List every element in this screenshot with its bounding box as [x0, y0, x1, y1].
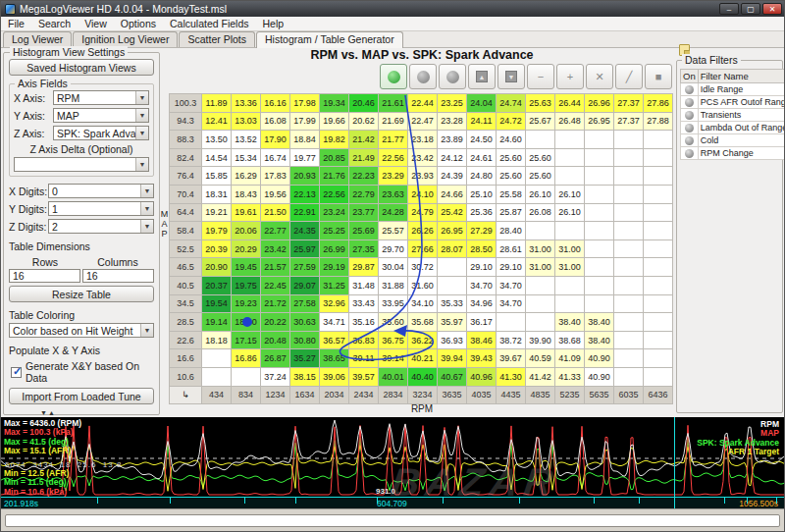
histogram-cell[interactable] — [202, 349, 232, 368]
histogram-cell[interactable] — [644, 203, 673, 222]
histogram-cell[interactable]: 36.22 — [408, 331, 438, 349]
histogram-cell[interactable]: 35.16 — [349, 313, 379, 332]
histogram-cell[interactable] — [438, 276, 467, 294]
histogram-cell[interactable] — [585, 222, 614, 240]
histogram-cell[interactable]: 26.44 — [555, 94, 585, 113]
histogram-cell[interactable] — [585, 239, 614, 258]
histogram-cell[interactable] — [555, 276, 585, 294]
histogram-cell[interactable]: 38.40 — [555, 313, 585, 332]
histogram-cell[interactable]: 31.00 — [526, 258, 555, 277]
histogram-cell[interactable]: 19.56 — [261, 185, 290, 203]
histogram-cell[interactable] — [614, 239, 644, 258]
histogram-cell[interactable]: 26.48 — [555, 112, 585, 131]
histogram-cell[interactable]: 24.79 — [408, 203, 438, 222]
histogram-cell[interactable]: 36.57 — [320, 331, 349, 349]
histogram-cell[interactable]: 18.18 — [202, 331, 232, 349]
histogram-cell[interactable]: 34.70 — [497, 276, 526, 294]
fill-button[interactable]: ■ — [645, 64, 672, 89]
histogram-cell[interactable]: 16.29 — [232, 167, 261, 186]
histogram-cell[interactable]: 20.48 — [261, 331, 290, 349]
histogram-cell[interactable]: 40.67 — [438, 367, 467, 386]
histogram-cell[interactable]: 19.45 — [232, 258, 261, 277]
histogram-cell[interactable] — [644, 222, 673, 240]
histogram-cell[interactable]: 24.72 — [497, 112, 526, 131]
histogram-cell[interactable]: 13.50 — [202, 131, 232, 149]
histogram-cell[interactable]: 23.18 — [408, 131, 438, 149]
menu-item-calculated-fields[interactable]: Calculated Fields — [163, 18, 256, 29]
histogram-cell[interactable]: 27.29 — [467, 222, 497, 240]
histogram-cell[interactable]: 26.95 — [585, 112, 614, 131]
histogram-cell[interactable]: 13.52 — [232, 131, 261, 149]
histogram-cell[interactable]: 35.60 — [379, 313, 408, 332]
histogram-cell[interactable] — [614, 258, 644, 277]
histogram-cell[interactable]: 29.19 — [320, 258, 349, 277]
histogram-cell[interactable] — [555, 148, 585, 167]
histogram-cell[interactable]: 23.89 — [438, 131, 467, 149]
histogram-cell[interactable]: 14.54 — [202, 148, 232, 167]
histogram-cell[interactable] — [614, 222, 644, 240]
histogram-cell[interactable]: 21.42 — [349, 131, 379, 149]
histogram-cell[interactable]: 30.72 — [408, 258, 438, 277]
x-axis-select[interactable]: RPM ▼ — [53, 90, 149, 105]
histogram-cell[interactable]: 24.11 — [467, 112, 497, 131]
tab-histogram-table-generator[interactable]: Histogram / Table Generator — [256, 31, 403, 48]
histogram-cell[interactable]: 23.42 — [261, 239, 290, 258]
histogram-cell[interactable] — [526, 131, 555, 149]
histogram-cell[interactable]: 24.61 — [467, 148, 497, 167]
filter-toggle-button[interactable] — [685, 98, 694, 107]
histogram-cell[interactable]: 23.63 — [379, 185, 408, 203]
histogram-cell[interactable]: 38.72 — [497, 331, 526, 349]
histogram-cell[interactable] — [614, 367, 644, 386]
histogram-cell[interactable]: 39.67 — [497, 349, 526, 368]
histogram-cell[interactable]: 18.43 — [232, 185, 261, 203]
histogram-cell[interactable]: 24.50 — [467, 131, 497, 149]
histogram-cell[interactable]: 28.61 — [497, 239, 526, 258]
histogram-cell[interactable] — [526, 294, 555, 313]
histogram-cell[interactable]: 39.57 — [349, 367, 379, 386]
orb-b-button[interactable] — [439, 64, 466, 89]
histogram-cell[interactable]: 39.90 — [526, 331, 555, 349]
histogram-cell[interactable]: 22.45 — [261, 276, 290, 294]
histogram-cell[interactable]: 26.87 — [261, 349, 290, 368]
histogram-cell[interactable] — [614, 349, 644, 368]
histogram-cell[interactable] — [614, 185, 644, 203]
histogram-cell[interactable]: 36.83 — [349, 331, 379, 349]
histogram-cell[interactable]: 19.34 — [320, 94, 349, 113]
histogram-cell[interactable]: 33.95 — [379, 294, 408, 313]
histogram-cell[interactable] — [232, 367, 261, 386]
histogram-cell[interactable]: 31.00 — [555, 258, 585, 277]
histogram-cell[interactable] — [555, 131, 585, 149]
histogram-cell[interactable]: 35.97 — [438, 313, 467, 332]
histogram-cell[interactable]: 34.70 — [497, 294, 526, 313]
histogram-cell[interactable]: 22.56 — [320, 185, 349, 203]
histogram-cell[interactable]: 31.88 — [379, 276, 408, 294]
histogram-cell[interactable]: 21.77 — [379, 131, 408, 149]
histogram-cell[interactable]: 23.28 — [438, 112, 467, 131]
histogram-cell[interactable]: 19.54 — [202, 294, 232, 313]
histogram-cell[interactable]: 38.15 — [290, 367, 320, 386]
histogram-cell[interactable]: 18.84 — [290, 131, 320, 149]
histogram-cell[interactable]: 25.10 — [467, 185, 497, 203]
histogram-cell[interactable]: 20.46 — [349, 94, 379, 113]
histogram-cell[interactable]: 25.42 — [438, 203, 467, 222]
histogram-cell[interactable]: 34.10 — [408, 294, 438, 313]
histogram-cell[interactable] — [644, 239, 673, 258]
histogram-cell[interactable]: 24.60 — [497, 131, 526, 149]
filter-toggle-button[interactable] — [685, 149, 694, 158]
histogram-cell[interactable]: 21.57 — [261, 258, 290, 277]
histogram-cell[interactable] — [644, 331, 673, 349]
histogram-cell[interactable] — [614, 276, 644, 294]
edit-button[interactable]: ╱ — [615, 64, 643, 89]
x-digits-select[interactable]: 0 ▼ — [48, 184, 154, 198]
histogram-cell[interactable]: 34.70 — [467, 276, 497, 294]
histogram-cell[interactable] — [585, 258, 614, 277]
histogram-cell[interactable]: 27.58 — [290, 294, 320, 313]
histogram-cell[interactable]: 39.06 — [320, 367, 349, 386]
histogram-cell[interactable]: 21.61 — [379, 94, 408, 113]
histogram-cell[interactable]: 17.90 — [261, 131, 290, 149]
histogram-cell[interactable]: 26.10 — [555, 203, 585, 222]
histogram-cell[interactable] — [585, 167, 614, 186]
splitter-handle[interactable]: ▼▲ — [40, 409, 56, 416]
histogram-cell[interactable]: 23.42 — [408, 148, 438, 167]
cursor-line[interactable] — [674, 417, 675, 508]
